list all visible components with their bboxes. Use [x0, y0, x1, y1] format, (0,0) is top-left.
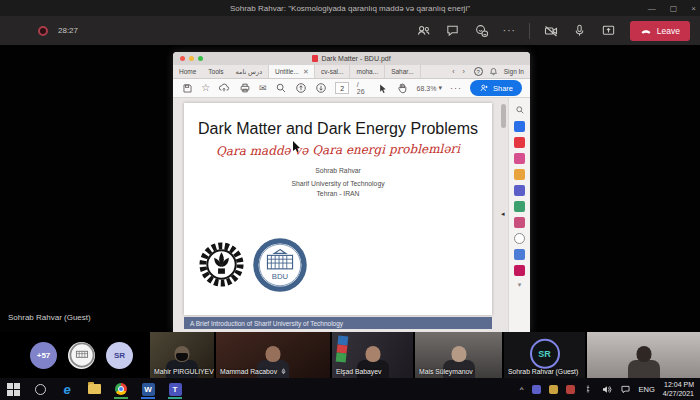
teams-taskbar-icon[interactable]: T — [168, 381, 182, 397]
page-number-input[interactable]: 2 — [335, 82, 348, 94]
combine-files-icon[interactable] — [514, 185, 525, 196]
close-tab-icon[interactable]: ✕ — [303, 68, 309, 76]
speaking-ring-avatar: SR — [530, 339, 560, 369]
organize-pages-icon[interactable] — [514, 201, 525, 212]
tab-home[interactable]: Home — [173, 65, 202, 78]
tray-teams-icon[interactable] — [532, 385, 541, 394]
video-tile[interactable]: Mammad Racabov — [216, 332, 330, 378]
video-tile[interactable]: SR Sohrab Rahvar (Guest) — [504, 332, 585, 378]
recording-dot-icon — [38, 26, 48, 36]
share-button[interactable]: Share — [470, 80, 522, 96]
pdf-file-icon — [312, 55, 318, 62]
email-icon[interactable]: ✉ — [259, 84, 267, 93]
stamp-icon[interactable] — [514, 249, 525, 260]
zoom-level-dropdown[interactable]: 68.3%▾ — [417, 84, 442, 92]
file-explorer-icon[interactable] — [87, 381, 101, 397]
search-icon[interactable] — [275, 82, 287, 95]
tray-chat-icon[interactable] — [620, 384, 631, 395]
sr-initials-avatar[interactable]: SR — [106, 342, 133, 369]
slide-title: Dark Matter and Dark Energy Problems — [184, 120, 492, 138]
close-icon[interactable]: × — [691, 4, 696, 13]
participant-name: Elşad Babayev — [336, 368, 381, 375]
recording-indicator: 28:27 — [38, 26, 78, 36]
tab-doc-1[interactable]: درس نامه — [230, 65, 270, 78]
notifications-bell-icon[interactable] — [489, 67, 498, 77]
recording-timer: 28:27 — [58, 26, 78, 35]
baku-state-university-logo: BDU — [253, 238, 307, 292]
tray-defender-icon[interactable] — [566, 385, 575, 394]
slide-affiliation: Sharif University of Technology — [184, 179, 492, 190]
select-tool-icon[interactable] — [376, 82, 388, 95]
overflow-count-avatar[interactable]: +57 — [30, 342, 57, 369]
export-pdf-icon[interactable] — [514, 121, 525, 132]
slide-handwritten-subtitle: Qara maddə və Qara energi problemləri — [184, 141, 492, 158]
edit-pdf-icon[interactable] — [514, 153, 525, 164]
mouse-cursor — [292, 138, 301, 156]
next-page-icon[interactable] — [315, 82, 327, 95]
shared-screen-stage: Dark Matter - BDU.pdf Home Tools درس نام… — [0, 45, 700, 332]
print-icon[interactable] — [239, 82, 251, 95]
video-tile[interactable] — [587, 332, 700, 378]
language-indicator[interactable]: ENG — [639, 385, 655, 394]
tab-scroll-arrows[interactable]: ‹ › — [452, 68, 468, 75]
participants-icon[interactable] — [416, 23, 432, 39]
more-actions-icon[interactable]: ··· — [503, 25, 516, 36]
svg-text:BDU: BDU — [272, 272, 288, 281]
help-icon[interactable]: ? — [474, 67, 483, 76]
acrobat-tool-rail: ◂ ▾ — [508, 98, 530, 332]
reactions-icon[interactable] — [474, 23, 490, 39]
cortana-icon[interactable] — [33, 381, 47, 397]
comment-icon[interactable] — [514, 169, 525, 180]
tab-tools[interactable]: Tools — [202, 65, 229, 78]
tab-doc-4[interactable]: moha... — [350, 65, 385, 78]
face-mask — [176, 353, 188, 361]
window-title: Sohrab Rahvar: "Kosmologiyada qaranlıq m… — [230, 4, 470, 13]
start-button[interactable] — [6, 381, 20, 397]
create-pdf-icon[interactable] — [514, 137, 525, 148]
video-tile[interactable]: Elşad Babayev — [332, 332, 413, 378]
tray-sync-icon[interactable] — [583, 384, 593, 394]
rail-search-icon[interactable] — [513, 103, 526, 116]
leave-button[interactable]: Leave — [630, 21, 690, 41]
participant-name: Sohrab Rahvar (Guest) — [508, 368, 578, 375]
previous-page-icon[interactable] — [295, 82, 307, 95]
video-tile[interactable]: Mahir PIRGULIYEV — [150, 332, 214, 378]
sharif-university-logo — [198, 241, 245, 288]
word-icon[interactable]: W — [141, 381, 155, 397]
hand-tool-icon[interactable] — [396, 82, 408, 95]
bdu-logo-avatar[interactable] — [68, 342, 95, 369]
sign-in-button[interactable]: Sign In — [504, 68, 524, 75]
window-titlebar: Sohrab Rahvar: "Kosmologiyada qaranlıq m… — [0, 0, 700, 16]
redact-icon[interactable] — [514, 233, 525, 244]
participant-name: Mahir PIRGULIYEV — [154, 368, 214, 375]
slide-authors: Sohrab Rahvar Sharif University of Techn… — [184, 166, 492, 200]
tab-doc-3[interactable]: cv-sal... — [315, 65, 350, 78]
fill-sign-icon[interactable] — [514, 217, 525, 228]
tab-doc-active[interactable]: Untitle...✕ — [269, 65, 315, 78]
clock[interactable]: 12:04 PM 4/27/2021 — [663, 380, 694, 399]
favorite-star-icon[interactable]: ☆ — [201, 83, 210, 93]
tray-app-icon[interactable] — [549, 385, 558, 394]
tab-doc-5[interactable]: Sahar... — [385, 65, 420, 78]
video-tile[interactable]: Mais Süleymanov — [415, 332, 502, 378]
camera-off-icon[interactable] — [543, 23, 559, 39]
rail-collapse-icon[interactable]: ◂ — [501, 210, 505, 218]
sign-pen-icon[interactable] — [514, 265, 525, 276]
clock-time: 12:04 PM — [663, 380, 694, 389]
edge-icon[interactable]: e — [60, 381, 74, 397]
pdf-scroll-thumb[interactable] — [501, 104, 506, 128]
share-screen-icon[interactable] — [601, 23, 617, 39]
save-icon[interactable] — [181, 82, 193, 95]
more-tools-chevron-icon[interactable]: ▾ — [518, 281, 522, 289]
audio-participants: +57 SR — [0, 332, 150, 378]
microphone-icon[interactable] — [572, 23, 588, 39]
chat-icon[interactable] — [445, 23, 461, 39]
cloud-upload-icon[interactable] — [218, 82, 230, 95]
mac-titlebar: Dark Matter - BDU.pdf — [173, 52, 530, 65]
minimize-icon[interactable]: — — [648, 4, 656, 13]
toolbar-overflow-icon[interactable]: ··· — [450, 83, 462, 93]
show-hidden-icons[interactable]: ^ — [520, 385, 524, 394]
volume-icon[interactable] — [601, 384, 612, 395]
chrome-icon[interactable] — [114, 381, 128, 397]
maximize-icon[interactable]: ▢ — [670, 4, 678, 13]
